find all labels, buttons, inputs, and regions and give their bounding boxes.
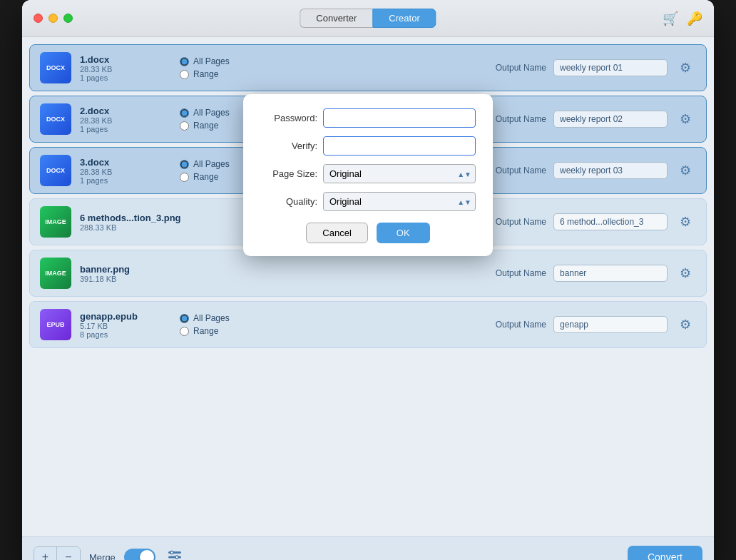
remove-file-button[interactable]: − (57, 547, 80, 560)
merge-toggle[interactable] (124, 549, 155, 560)
merge-label: Merge (89, 552, 116, 561)
tab-converter[interactable]: Converter (300, 9, 372, 28)
password-row: Password: (260, 108, 476, 128)
verify-input[interactable] (323, 136, 476, 156)
quality-row: Quality: Original High Medium Low ▲▼ (260, 192, 476, 211)
tab-switcher: Converter Creator (300, 9, 436, 28)
password-label: Password: (260, 113, 317, 123)
traffic-lights (34, 14, 73, 23)
dialog-buttons: Cancel OK (260, 223, 476, 243)
add-file-button[interactable]: + (34, 547, 57, 560)
bottom-bar: + − Merge Convert (22, 536, 714, 560)
toggle-knob (140, 550, 154, 560)
page-size-select[interactable]: Original A4 Letter Legal (323, 164, 476, 183)
password-input[interactable] (323, 108, 476, 128)
svg-rect-1 (168, 556, 181, 559)
add-remove-group: + − (34, 546, 81, 560)
close-button[interactable] (34, 14, 43, 23)
titlebar-actions: 🛒 🔑 (663, 11, 702, 26)
app-window: Converter Creator 🛒 🔑 DOCX 1.docx 28.33 … (22, 0, 714, 560)
verify-row: Verify: (260, 136, 476, 156)
cancel-button[interactable]: Cancel (306, 223, 367, 243)
page-size-wrapper: Original A4 Letter Legal ▲▼ (323, 164, 476, 183)
dialog-overlay: Password: Verify: Page Size: Original A4… (22, 37, 714, 536)
password-dialog: Password: Verify: Page Size: Original A4… (243, 94, 493, 256)
page-size-row: Page Size: Original A4 Letter Legal ▲▼ (260, 164, 476, 183)
titlebar: Converter Creator 🛒 🔑 (22, 0, 714, 37)
quality-label: Quality: (260, 196, 317, 207)
batch-settings-icon[interactable] (164, 546, 185, 560)
quality-select[interactable]: Original High Medium Low (323, 192, 476, 211)
cart-icon[interactable]: 🛒 (663, 11, 678, 26)
ok-button[interactable]: OK (377, 223, 430, 243)
key-icon[interactable]: 🔑 (687, 11, 702, 26)
page-size-label: Page Size: (260, 168, 317, 179)
main-content: DOCX 1.docx 28.33 KB 1 pages All Pages R… (22, 37, 714, 536)
tab-creator[interactable]: Creator (372, 9, 436, 28)
verify-label: Verify: (260, 141, 317, 151)
minimize-button[interactable] (48, 14, 58, 23)
maximize-button[interactable] (63, 14, 73, 23)
quality-wrapper: Original High Medium Low ▲▼ (323, 192, 476, 211)
svg-point-3 (170, 551, 173, 554)
svg-point-4 (175, 556, 178, 559)
convert-button[interactable]: Convert (628, 546, 702, 560)
